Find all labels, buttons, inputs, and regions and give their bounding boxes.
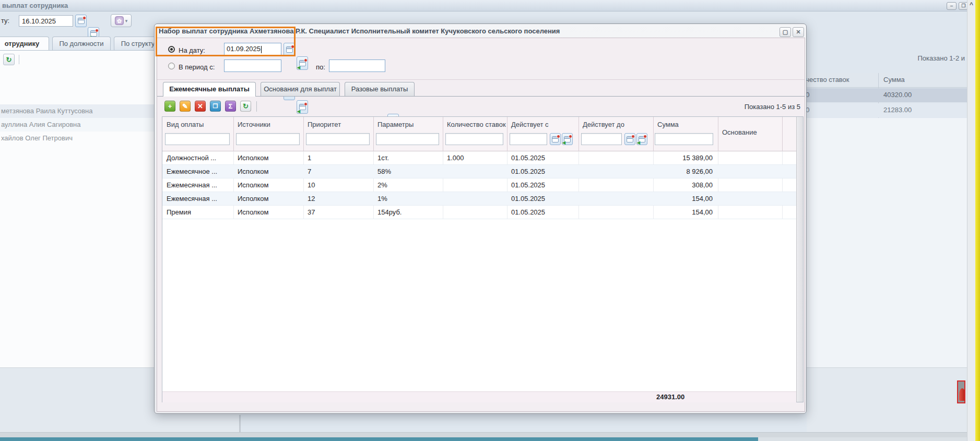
add-button[interactable]: +	[164, 101, 175, 112]
cell-rate-count: 1.000	[443, 151, 507, 165]
bg-minimize-button[interactable]: –	[947, 2, 957, 10]
grid-total: 24931.00	[656, 393, 718, 401]
cell-valid-to	[578, 192, 653, 206]
collapse-up-icon[interactable]: ^	[968, 1, 975, 8]
cell-rate-count	[443, 165, 507, 178]
cell-parameters: 1%	[373, 192, 443, 206]
alert-flag-icon[interactable]	[957, 380, 965, 403]
filter-rate-count[interactable]	[445, 133, 503, 145]
toolbar-separator	[256, 101, 257, 112]
cell-sum: 8 926,00	[653, 165, 718, 178]
filter-priority[interactable]	[306, 133, 370, 145]
period-from-input[interactable]	[224, 59, 281, 72]
filter-valid-to[interactable]	[581, 133, 622, 145]
filter-payment-type[interactable]	[165, 133, 230, 145]
paging-status: Показано 1-5 из 5	[696, 103, 800, 111]
col-grounds[interactable]: Основание	[722, 128, 757, 136]
bg-col-rates: ичество ставок	[802, 76, 849, 84]
tab-one-time-payments[interactable]: Разовые выплаты	[345, 82, 415, 97]
tab-label: Разовые выплаты	[351, 85, 408, 93]
col-priority[interactable]: Приоритет	[308, 121, 341, 128]
filter-parameters[interactable]	[376, 133, 439, 145]
period-to-label: по:	[316, 63, 325, 71]
right-side-strip	[967, 0, 975, 441]
bg-window-title: выплат сотрудника	[2, 2, 68, 9]
cell-sum: 40320.00	[883, 91, 912, 99]
col-rate-count[interactable]: Количество ставок	[447, 121, 506, 128]
cell-sources: Исполком	[233, 178, 303, 192]
cell-grounds	[718, 178, 782, 192]
cell-grounds	[718, 165, 782, 178]
add-icon: +	[168, 103, 172, 110]
cell-valid-to	[578, 178, 653, 192]
grid-row[interactable]: Должностной ... Исполком 1 1ст. 1.000 01…	[162, 151, 796, 165]
bg-date-calendar-button[interactable]	[75, 15, 87, 27]
grid-scrollbar[interactable]	[796, 117, 803, 402]
cell-rate-count	[443, 192, 507, 206]
col-sources[interactable]: Источники	[238, 121, 270, 128]
col-payment-type[interactable]: Вид оплаты	[167, 121, 204, 128]
dialog-maximize-button[interactable]: ▢	[780, 27, 791, 37]
filter-sources[interactable]	[236, 133, 300, 145]
col-valid-from[interactable]: Действует с	[511, 121, 549, 128]
bottom-bar-right	[758, 437, 980, 441]
grid-row[interactable]: Ежемесячная ... Исполком 12 1% 01.05.202…	[162, 192, 796, 206]
highlight-rectangle	[156, 27, 296, 56]
filter-valid-from-calendar-go-button[interactable]: ◂	[562, 133, 573, 145]
cell-valid-from: 01.05.2025	[507, 206, 578, 219]
copy-icon: ❐	[213, 103, 218, 109]
grid-summary-row: 24931.00	[162, 391, 796, 402]
tab-payment-grounds[interactable]: Основания для выплат	[261, 82, 340, 97]
refresh-button[interactable]: ↻	[240, 101, 251, 112]
filter-valid-from[interactable]	[510, 133, 547, 145]
dialog-close-button[interactable]: ✕	[793, 27, 804, 37]
sum-button[interactable]: Σ	[225, 101, 236, 112]
cell-sum: 15 389,00	[653, 151, 718, 165]
cell-parameters: 1ст.	[373, 151, 443, 165]
filter-valid-to-calendar-button[interactable]	[624, 133, 635, 145]
copy-button[interactable]: ❐	[210, 101, 221, 112]
on-date-calendar-go-button[interactable]: ◂	[297, 56, 308, 70]
bg-bottom-panel	[807, 368, 967, 432]
bg-tab-by-employee[interactable]: отруднику	[0, 37, 49, 51]
period-to-input[interactable]	[329, 59, 385, 72]
filter-valid-to-calendar-go-button[interactable]: ◂	[636, 133, 647, 145]
col-parameters[interactable]: Параметры	[377, 121, 414, 128]
bg-tab-by-position[interactable]: По должности	[52, 37, 111, 51]
cell-payment-type: Должностной ...	[162, 151, 233, 165]
grid-row[interactable]: Ежемесячное ... Исполком 7 58% 01.05.202…	[162, 165, 796, 178]
close-icon: ✕	[796, 29, 800, 35]
period-radio[interactable]	[168, 63, 175, 69]
grid-row[interactable]: Ежемесячная ... Исполком 10 2% 01.05.202…	[162, 178, 796, 192]
dialog-content: На дату: 01.09.2025 ◂ В период с: ◂ по: …	[157, 38, 805, 412]
period-from-calendar-go-button[interactable]: ◂	[297, 100, 308, 114]
dropdown-arrow-icon: ▾	[125, 18, 128, 23]
cell-valid-from: 01.05.2025	[507, 192, 578, 206]
edit-button[interactable]: ✎	[180, 101, 191, 112]
col-valid-to[interactable]: Действует до	[583, 121, 624, 128]
bg-refresh-button[interactable]: ↻	[3, 54, 15, 65]
bg-table-row-selected[interactable]: 00 40320.00	[807, 88, 967, 102]
refresh-icon: ↻	[6, 56, 12, 64]
desktop: выплат сотрудника – ❐ ту: ◂ ✿ ▾ отрудник…	[0, 0, 980, 441]
payments-grid: Вид оплаты Источники Приоритет Параметры…	[162, 116, 804, 402]
filter-sum[interactable]	[655, 133, 713, 145]
cell-grounds	[718, 192, 782, 206]
cell-priority: 10	[303, 178, 373, 192]
cell-sum: 21283.00	[883, 106, 912, 114]
bg-date-input[interactable]	[19, 15, 73, 27]
tab-monthly-payments[interactable]: Ежемесячные выплаты	[163, 82, 256, 97]
tab-label: По структу	[121, 40, 155, 47]
cell-valid-to	[578, 151, 653, 165]
filter-valid-from-calendar-button[interactable]	[550, 133, 561, 145]
cell-parameters: 2%	[373, 178, 443, 192]
bg-settings-dropdown-button[interactable]: ✿ ▾	[111, 14, 132, 27]
minimize-icon: –	[950, 3, 953, 9]
col-sum[interactable]: Сумма	[657, 121, 679, 128]
cell-priority: 37	[303, 206, 373, 219]
cell-sum: 308,00	[653, 178, 718, 192]
grid-row[interactable]: Премия Исполком 37 154руб. 01.05.2025 15…	[162, 206, 796, 219]
delete-button[interactable]: ✕	[195, 101, 206, 112]
yellow-edge-strip	[975, 0, 980, 441]
bg-table-row[interactable]: 50 21283.00	[807, 103, 967, 117]
